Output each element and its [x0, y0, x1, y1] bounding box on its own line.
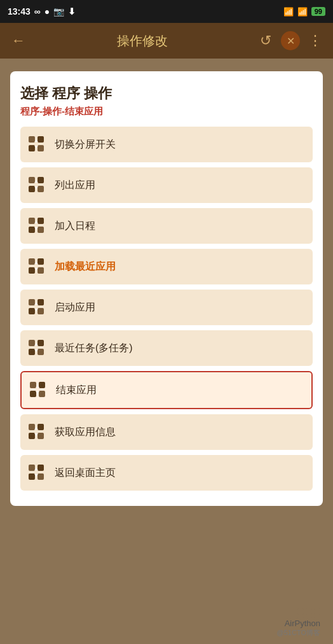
app-icon-app-info	[28, 423, 46, 441]
app-icon-switch-screen	[28, 136, 46, 153]
download-icon: ⬇	[68, 6, 76, 17]
status-left: 13:43 ∞ ● 📷 ⬇	[8, 6, 76, 17]
close-button[interactable]: ✕	[281, 31, 300, 50]
action-list: 切换分屏开关 列出应用 加入日程	[20, 127, 313, 491]
svg-rect-42	[29, 424, 35, 430]
status-time: 13:43	[8, 6, 31, 17]
svg-rect-39	[39, 391, 45, 397]
svg-rect-18	[29, 258, 35, 265]
svg-rect-21	[37, 267, 44, 274]
svg-rect-2	[29, 145, 35, 151]
svg-rect-43	[37, 424, 44, 430]
wifi-icon: 📶	[283, 7, 294, 17]
app-icon-recent-tasks	[28, 339, 46, 357]
app-icon-launch-app	[28, 298, 46, 316]
toolbar-actions: ↺ ✕ ⋮	[255, 31, 325, 51]
svg-rect-1	[37, 136, 44, 143]
more-options-button[interactable]: ⋮	[305, 31, 325, 51]
svg-rect-20	[29, 267, 35, 274]
svg-rect-27	[37, 308, 44, 314]
svg-rect-8	[29, 186, 35, 192]
svg-rect-6	[29, 177, 35, 183]
status-bar: 13:43 ∞ ● 📷 ⬇ 📶 📶 99	[0, 0, 333, 23]
list-item-label-app-info: 获取应用信息	[55, 426, 116, 439]
list-item-label-add-schedule: 加入日程	[55, 220, 95, 233]
svg-rect-3	[37, 145, 44, 151]
svg-rect-32	[29, 349, 35, 355]
camera-icon: 📷	[53, 6, 64, 17]
main-content: 选择 程序 操作 程序-操作-结束应用 切换分屏开关 列出应用	[0, 59, 333, 644]
svg-rect-31	[37, 340, 44, 346]
card-subtitle: 程序-操作-结束应用	[20, 106, 313, 118]
watermark-handle: @51CTO博客	[277, 628, 320, 638]
svg-rect-9	[37, 186, 44, 192]
signal-icon: 📶	[297, 7, 308, 17]
svg-rect-15	[37, 227, 44, 233]
app-icon-kill-app	[29, 381, 47, 399]
list-item-label-list-apps: 列出应用	[55, 179, 95, 192]
battery-icon: 99	[311, 7, 325, 16]
svg-rect-14	[29, 227, 35, 233]
svg-rect-49	[37, 465, 44, 471]
svg-rect-51	[37, 473, 44, 480]
list-item-list-apps[interactable]: 列出应用	[20, 167, 313, 203]
app-icon-load-recent	[28, 258, 46, 276]
action-selection-card: 选择 程序 操作 程序-操作-结束应用 切换分屏开关 列出应用	[10, 71, 323, 506]
svg-rect-13	[37, 218, 44, 224]
card-title: 选择 程序 操作	[20, 84, 313, 103]
svg-rect-24	[29, 299, 35, 305]
list-item-home-screen[interactable]: 返回桌面主页	[20, 455, 313, 491]
watermark-logo-text: AirPython	[285, 619, 320, 628]
svg-rect-50	[29, 473, 35, 480]
list-item-label-load-recent: 加载最近应用	[55, 260, 116, 274]
refresh-button[interactable]: ↺	[255, 31, 276, 51]
svg-rect-25	[37, 299, 44, 305]
app-icon-list-apps	[28, 176, 46, 194]
svg-rect-45	[37, 433, 44, 439]
svg-rect-19	[37, 258, 44, 265]
status-right: 📶 📶 99	[283, 7, 325, 17]
watermark: AirPython @51CTO博客	[277, 619, 320, 638]
list-item-label-kill-app: 结束应用	[56, 384, 97, 397]
notification-dot: ●	[44, 6, 50, 17]
toolbar-title: 操作修改	[36, 32, 249, 50]
list-item-recent-tasks[interactable]: 最近任务(多任务)	[20, 330, 313, 366]
svg-rect-30	[29, 340, 35, 346]
back-button[interactable]: ←	[8, 29, 29, 53]
svg-rect-0	[29, 136, 35, 143]
svg-rect-36	[30, 382, 36, 388]
list-item-switch-screen[interactable]: 切换分屏开关	[20, 127, 313, 162]
svg-rect-12	[29, 218, 35, 224]
svg-rect-7	[37, 177, 44, 183]
list-item-app-info[interactable]: 获取应用信息	[20, 414, 313, 450]
list-item-label-home-screen: 返回桌面主页	[55, 466, 116, 480]
svg-rect-37	[39, 382, 45, 388]
svg-rect-48	[29, 465, 35, 471]
toolbar: ← 操作修改 ↺ ✕ ⋮	[0, 23, 333, 59]
list-item-kill-app[interactable]: 结束应用	[20, 371, 313, 409]
list-item-label-launch-app: 启动应用	[55, 301, 95, 314]
infinity-icon: ∞	[34, 6, 41, 17]
svg-rect-33	[37, 349, 44, 355]
list-item-label-recent-tasks: 最近任务(多任务)	[55, 342, 133, 355]
list-item-label-switch-screen: 切换分屏开关	[55, 138, 116, 151]
svg-rect-38	[30, 391, 36, 397]
list-item-launch-app[interactable]: 启动应用	[20, 290, 313, 325]
app-icon-add-schedule	[28, 217, 46, 235]
svg-rect-26	[29, 308, 35, 314]
list-item-add-schedule[interactable]: 加入日程	[20, 208, 313, 244]
svg-rect-44	[29, 433, 35, 439]
list-item-load-recent[interactable]: 加载最近应用	[20, 249, 313, 284]
app-icon-home-screen	[28, 464, 46, 482]
